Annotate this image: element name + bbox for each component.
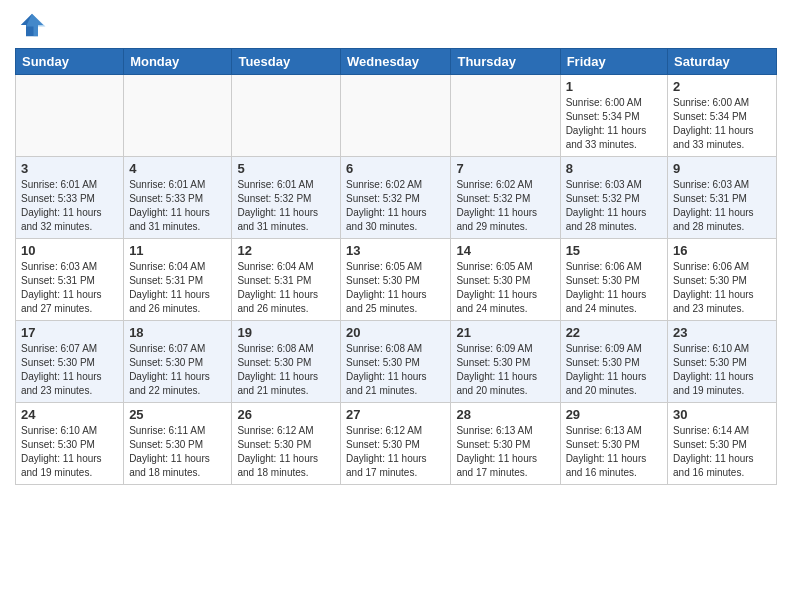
day-cell-26: 26Sunrise: 6:12 AMSunset: 5:30 PMDayligh… (232, 403, 341, 485)
day-info: Sunrise: 6:07 AMSunset: 5:30 PMDaylight:… (129, 342, 226, 398)
day-number: 22 (566, 325, 662, 340)
day-number: 2 (673, 79, 771, 94)
day-info: Sunrise: 6:00 AMSunset: 5:34 PMDaylight:… (566, 96, 662, 152)
day-info: Sunrise: 6:05 AMSunset: 5:30 PMDaylight:… (346, 260, 445, 316)
day-info: Sunrise: 6:02 AMSunset: 5:32 PMDaylight:… (456, 178, 554, 234)
day-info: Sunrise: 6:03 AMSunset: 5:31 PMDaylight:… (673, 178, 771, 234)
day-number: 14 (456, 243, 554, 258)
day-cell-29: 29Sunrise: 6:13 AMSunset: 5:30 PMDayligh… (560, 403, 667, 485)
day-info: Sunrise: 6:03 AMSunset: 5:32 PMDaylight:… (566, 178, 662, 234)
day-cell-22: 22Sunrise: 6:09 AMSunset: 5:30 PMDayligh… (560, 321, 667, 403)
day-cell-27: 27Sunrise: 6:12 AMSunset: 5:30 PMDayligh… (341, 403, 451, 485)
day-number: 13 (346, 243, 445, 258)
day-number: 8 (566, 161, 662, 176)
day-info: Sunrise: 6:13 AMSunset: 5:30 PMDaylight:… (566, 424, 662, 480)
day-number: 21 (456, 325, 554, 340)
day-header-monday: Monday (124, 49, 232, 75)
day-number: 25 (129, 407, 226, 422)
empty-cell (341, 75, 451, 157)
day-cell-16: 16Sunrise: 6:06 AMSunset: 5:30 PMDayligh… (668, 239, 777, 321)
day-header-sunday: Sunday (16, 49, 124, 75)
day-info: Sunrise: 6:02 AMSunset: 5:32 PMDaylight:… (346, 178, 445, 234)
day-cell-3: 3Sunrise: 6:01 AMSunset: 5:33 PMDaylight… (16, 157, 124, 239)
day-cell-17: 17Sunrise: 6:07 AMSunset: 5:30 PMDayligh… (16, 321, 124, 403)
day-number: 4 (129, 161, 226, 176)
day-cell-24: 24Sunrise: 6:10 AMSunset: 5:30 PMDayligh… (16, 403, 124, 485)
calendar-week-4: 17Sunrise: 6:07 AMSunset: 5:30 PMDayligh… (16, 321, 777, 403)
day-info: Sunrise: 6:01 AMSunset: 5:33 PMDaylight:… (21, 178, 118, 234)
day-number: 23 (673, 325, 771, 340)
day-number: 27 (346, 407, 445, 422)
day-info: Sunrise: 6:08 AMSunset: 5:30 PMDaylight:… (237, 342, 335, 398)
day-info: Sunrise: 6:12 AMSunset: 5:30 PMDaylight:… (237, 424, 335, 480)
day-cell-21: 21Sunrise: 6:09 AMSunset: 5:30 PMDayligh… (451, 321, 560, 403)
day-header-thursday: Thursday (451, 49, 560, 75)
day-number: 18 (129, 325, 226, 340)
day-info: Sunrise: 6:11 AMSunset: 5:30 PMDaylight:… (129, 424, 226, 480)
day-info: Sunrise: 6:09 AMSunset: 5:30 PMDaylight:… (456, 342, 554, 398)
day-number: 9 (673, 161, 771, 176)
day-cell-28: 28Sunrise: 6:13 AMSunset: 5:30 PMDayligh… (451, 403, 560, 485)
day-info: Sunrise: 6:06 AMSunset: 5:30 PMDaylight:… (566, 260, 662, 316)
day-cell-9: 9Sunrise: 6:03 AMSunset: 5:31 PMDaylight… (668, 157, 777, 239)
day-cell-30: 30Sunrise: 6:14 AMSunset: 5:30 PMDayligh… (668, 403, 777, 485)
day-number: 12 (237, 243, 335, 258)
day-number: 11 (129, 243, 226, 258)
day-number: 7 (456, 161, 554, 176)
empty-cell (16, 75, 124, 157)
day-number: 5 (237, 161, 335, 176)
logo-icon (17, 10, 47, 40)
day-cell-15: 15Sunrise: 6:06 AMSunset: 5:30 PMDayligh… (560, 239, 667, 321)
day-info: Sunrise: 6:03 AMSunset: 5:31 PMDaylight:… (21, 260, 118, 316)
day-header-saturday: Saturday (668, 49, 777, 75)
day-info: Sunrise: 6:00 AMSunset: 5:34 PMDaylight:… (673, 96, 771, 152)
day-cell-6: 6Sunrise: 6:02 AMSunset: 5:32 PMDaylight… (341, 157, 451, 239)
day-number: 29 (566, 407, 662, 422)
logo (15, 10, 47, 40)
day-cell-13: 13Sunrise: 6:05 AMSunset: 5:30 PMDayligh… (341, 239, 451, 321)
calendar-week-2: 3Sunrise: 6:01 AMSunset: 5:33 PMDaylight… (16, 157, 777, 239)
day-number: 6 (346, 161, 445, 176)
day-cell-2: 2Sunrise: 6:00 AMSunset: 5:34 PMDaylight… (668, 75, 777, 157)
day-number: 17 (21, 325, 118, 340)
day-cell-23: 23Sunrise: 6:10 AMSunset: 5:30 PMDayligh… (668, 321, 777, 403)
calendar-week-3: 10Sunrise: 6:03 AMSunset: 5:31 PMDayligh… (16, 239, 777, 321)
empty-cell (124, 75, 232, 157)
day-number: 10 (21, 243, 118, 258)
empty-cell (232, 75, 341, 157)
day-header-tuesday: Tuesday (232, 49, 341, 75)
day-info: Sunrise: 6:04 AMSunset: 5:31 PMDaylight:… (237, 260, 335, 316)
day-cell-25: 25Sunrise: 6:11 AMSunset: 5:30 PMDayligh… (124, 403, 232, 485)
day-cell-5: 5Sunrise: 6:01 AMSunset: 5:32 PMDaylight… (232, 157, 341, 239)
day-number: 15 (566, 243, 662, 258)
day-number: 3 (21, 161, 118, 176)
day-cell-20: 20Sunrise: 6:08 AMSunset: 5:30 PMDayligh… (341, 321, 451, 403)
day-header-wednesday: Wednesday (341, 49, 451, 75)
day-info: Sunrise: 6:10 AMSunset: 5:30 PMDaylight:… (673, 342, 771, 398)
day-cell-10: 10Sunrise: 6:03 AMSunset: 5:31 PMDayligh… (16, 239, 124, 321)
day-info: Sunrise: 6:05 AMSunset: 5:30 PMDaylight:… (456, 260, 554, 316)
day-cell-12: 12Sunrise: 6:04 AMSunset: 5:31 PMDayligh… (232, 239, 341, 321)
day-number: 24 (21, 407, 118, 422)
day-info: Sunrise: 6:09 AMSunset: 5:30 PMDaylight:… (566, 342, 662, 398)
page: SundayMondayTuesdayWednesdayThursdayFrid… (0, 0, 792, 495)
day-number: 16 (673, 243, 771, 258)
day-info: Sunrise: 6:01 AMSunset: 5:32 PMDaylight:… (237, 178, 335, 234)
day-number: 20 (346, 325, 445, 340)
day-info: Sunrise: 6:14 AMSunset: 5:30 PMDaylight:… (673, 424, 771, 480)
day-number: 30 (673, 407, 771, 422)
day-info: Sunrise: 6:06 AMSunset: 5:30 PMDaylight:… (673, 260, 771, 316)
day-info: Sunrise: 6:07 AMSunset: 5:30 PMDaylight:… (21, 342, 118, 398)
day-number: 19 (237, 325, 335, 340)
calendar-week-5: 24Sunrise: 6:10 AMSunset: 5:30 PMDayligh… (16, 403, 777, 485)
day-header-friday: Friday (560, 49, 667, 75)
day-cell-18: 18Sunrise: 6:07 AMSunset: 5:30 PMDayligh… (124, 321, 232, 403)
day-number: 1 (566, 79, 662, 94)
calendar: SundayMondayTuesdayWednesdayThursdayFrid… (15, 48, 777, 485)
day-info: Sunrise: 6:12 AMSunset: 5:30 PMDaylight:… (346, 424, 445, 480)
empty-cell (451, 75, 560, 157)
day-number: 28 (456, 407, 554, 422)
day-info: Sunrise: 6:01 AMSunset: 5:33 PMDaylight:… (129, 178, 226, 234)
day-info: Sunrise: 6:10 AMSunset: 5:30 PMDaylight:… (21, 424, 118, 480)
day-cell-1: 1Sunrise: 6:00 AMSunset: 5:34 PMDaylight… (560, 75, 667, 157)
